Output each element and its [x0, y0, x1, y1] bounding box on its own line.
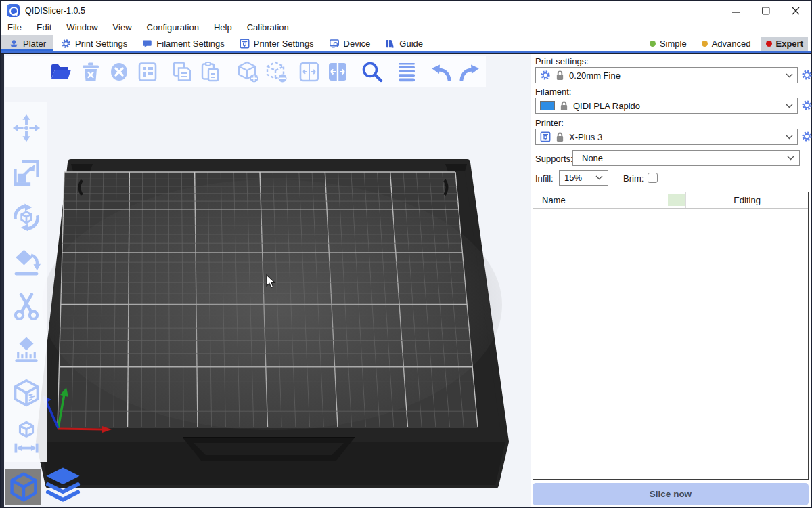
- paint-supports-tool-button[interactable]: [12, 334, 41, 366]
- remove-instance-button[interactable]: [264, 59, 288, 84]
- infill-combo[interactable]: 15%: [559, 170, 608, 186]
- extruder-color-cell: [668, 194, 685, 206]
- printer-label: Printer:: [535, 118, 564, 128]
- print-settings-combo[interactable]: 0.20mm Fine: [535, 67, 798, 83]
- view-switch: [5, 464, 85, 505]
- rotate-tool-button[interactable]: [12, 201, 41, 234]
- mouse-cursor: [266, 274, 279, 289]
- title-bar: QIDISlicer-1.0.5: [1, 1, 811, 20]
- circle-x-icon: [110, 62, 129, 81]
- chevron-down-icon: [786, 73, 793, 78]
- preview-view-button[interactable]: [41, 464, 85, 505]
- simple-dot-icon: [650, 41, 656, 47]
- split-objects-button[interactable]: [297, 59, 321, 84]
- cut-tool-button[interactable]: [12, 291, 41, 323]
- gear-icon: [540, 70, 551, 81]
- chevron-down-icon: [786, 104, 793, 108]
- viewport-3d[interactable]: [1, 54, 531, 507]
- mode-selector: Simple Advanced Expert: [645, 35, 811, 51]
- paint-supports-icon: [12, 336, 41, 364]
- mode-simple[interactable]: Simple: [645, 37, 692, 51]
- arrange-button[interactable]: [135, 59, 160, 84]
- menu-configuration[interactable]: Configuration: [139, 20, 206, 35]
- open-button[interactable]: [49, 59, 73, 84]
- print-settings-gear-button[interactable]: [801, 69, 812, 81]
- app-window: QIDISlicer-1.0.5 File Edit Window View C…: [0, 0, 812, 508]
- split-objects-icon: [299, 62, 319, 82]
- search-button[interactable]: [360, 59, 384, 84]
- printer-icon: [240, 39, 250, 49]
- editor-view-button[interactable]: [5, 469, 41, 505]
- place-on-face-tool-button[interactable]: [12, 246, 41, 278]
- copy-icon: [173, 62, 191, 82]
- printer-icon: [540, 131, 551, 142]
- minimize-button[interactable]: [721, 1, 751, 20]
- brim-checkbox[interactable]: [648, 173, 658, 183]
- close-button[interactable]: [781, 1, 811, 20]
- move-tool-button[interactable]: [12, 112, 41, 144]
- top-toolbar: [5, 56, 486, 87]
- tab-device[interactable]: Device: [321, 35, 378, 51]
- delete-all-button[interactable]: [107, 59, 131, 84]
- trash-icon: [82, 62, 99, 81]
- app-logo-icon: [7, 4, 20, 17]
- tab-bar: Plater Print Settings Filament Settings …: [1, 35, 811, 53]
- tab-plater[interactable]: Plater: [1, 35, 53, 51]
- mode-expert[interactable]: Expert: [761, 37, 808, 51]
- window-edge: [1, 54, 4, 507]
- seam-tool-button[interactable]: [12, 377, 41, 410]
- search-icon: [361, 61, 383, 83]
- tab-filament-settings[interactable]: Filament Settings: [135, 35, 231, 51]
- side-toolbar: [5, 102, 47, 462]
- menu-calibration[interactable]: Calibration: [240, 20, 296, 35]
- printer-combo[interactable]: X-Plus 3: [535, 129, 798, 145]
- gear-icon: [61, 39, 71, 49]
- printer-gear-button[interactable]: [801, 131, 812, 142]
- expert-dot-icon: [766, 41, 772, 47]
- mode-advanced[interactable]: Advanced: [697, 37, 756, 51]
- variable-layer-height-button[interactable]: [394, 59, 419, 84]
- cut-scissors-icon: [12, 293, 41, 321]
- plater-icon: [9, 39, 19, 49]
- menu-window[interactable]: Window: [59, 20, 105, 35]
- object-list-header: Name Editing: [533, 192, 808, 209]
- chevron-down-icon: [595, 175, 603, 180]
- undo-button[interactable]: [429, 59, 453, 84]
- device-icon: [329, 39, 340, 49]
- arrange-icon: [138, 62, 157, 81]
- filament-gear-button[interactable]: [801, 100, 812, 111]
- copy-button[interactable]: [170, 59, 194, 84]
- menu-file[interactable]: File: [1, 20, 29, 35]
- column-name[interactable]: Name: [533, 192, 667, 208]
- tab-guide[interactable]: Guide: [378, 35, 430, 51]
- filament-icon: [142, 39, 152, 49]
- object-list[interactable]: Name Editing: [533, 192, 809, 480]
- guide-icon: [385, 39, 395, 49]
- scale-tool-button[interactable]: [12, 156, 41, 189]
- chevron-down-icon: [787, 156, 794, 161]
- menu-help[interactable]: Help: [206, 20, 240, 35]
- tab-print-settings[interactable]: Print Settings: [53, 35, 135, 51]
- paste-button[interactable]: [198, 59, 223, 84]
- print-settings-label: Print settings:: [535, 56, 589, 66]
- column-extruder[interactable]: [667, 192, 686, 208]
- measure-tool-button[interactable]: [12, 419, 41, 457]
- filament-label: Filament:: [535, 87, 571, 97]
- supports-combo[interactable]: None: [572, 150, 800, 166]
- add-instance-button[interactable]: [235, 59, 260, 84]
- slice-now-button[interactable]: Slice now: [533, 483, 809, 505]
- split-parts-button[interactable]: [325, 59, 350, 84]
- cube-plus-icon: [237, 61, 258, 83]
- filament-combo[interactable]: QIDI PLA Rapido: [535, 98, 798, 114]
- cube-minus-icon: [265, 61, 287, 83]
- move-icon: [12, 114, 41, 142]
- delete-button[interactable]: [78, 59, 103, 84]
- tab-printer-settings[interactable]: Printer Settings: [232, 35, 321, 51]
- lock-icon: [556, 70, 564, 81]
- column-editing[interactable]: Editing: [686, 192, 808, 208]
- maximize-button[interactable]: [751, 1, 781, 20]
- menu-edit[interactable]: Edit: [29, 20, 59, 35]
- layers-preview-icon: [44, 466, 82, 503]
- redo-button[interactable]: [457, 59, 482, 84]
- menu-view[interactable]: View: [106, 20, 139, 35]
